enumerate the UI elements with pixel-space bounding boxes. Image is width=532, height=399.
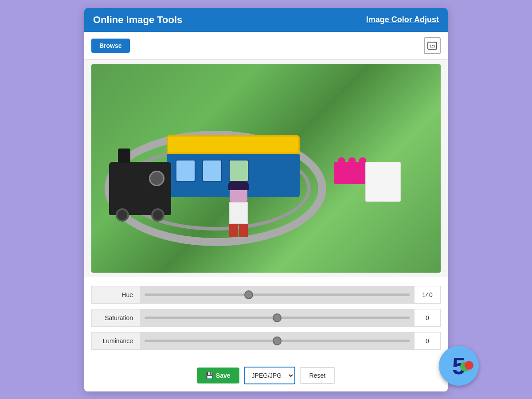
hue-slider[interactable]	[145, 293, 410, 296]
browse-button[interactable]: Browse	[91, 39, 130, 53]
app-container: Online Image Tools Image Color Adjust Br…	[84, 8, 448, 391]
image-canvas	[91, 64, 441, 273]
toolbar: Browse 1:1	[84, 32, 448, 60]
figure-body	[229, 202, 248, 224]
luminance-row: Luminance 0	[91, 332, 441, 350]
chimney	[118, 149, 130, 163]
car-window-1	[176, 160, 196, 182]
saturation-track	[140, 309, 414, 327]
hue-value: 140	[414, 286, 441, 304]
saturation-value: 0	[414, 309, 441, 327]
fullscreen-button[interactable]: 1:1	[424, 37, 441, 54]
figure-head	[230, 185, 247, 202]
logo-inner: 5	[452, 354, 466, 378]
pink-brick	[334, 162, 370, 184]
figure-leg-right	[239, 224, 248, 237]
lego-figure	[229, 185, 248, 237]
scene	[91, 64, 441, 273]
logo-dot-red	[465, 361, 473, 370]
saturation-label: Saturation	[91, 309, 140, 327]
save-label: Save	[216, 372, 231, 379]
train-engine	[109, 162, 171, 215]
saturation-row: Saturation 0	[91, 309, 441, 327]
train-car-top	[167, 135, 300, 154]
luminance-slider[interactable]	[145, 340, 410, 342]
svg-text:1:1: 1:1	[430, 44, 435, 48]
hue-row: Hue 140	[91, 286, 441, 304]
save-button[interactable]: 💾 Save	[197, 368, 239, 383]
luminance-track	[140, 332, 414, 350]
car-window-2	[202, 160, 222, 182]
bottom-bar: 💾 Save JPEG/JPG PNG WEBP BMP Reset	[84, 360, 448, 391]
figure-legs	[229, 224, 248, 237]
format-select[interactable]: JPEG/JPG PNG WEBP BMP	[244, 367, 295, 384]
engine-window	[149, 171, 164, 186]
luminance-value: 0	[414, 332, 441, 350]
saturation-slider[interactable]	[145, 317, 410, 319]
tool-name: Image Color Adjust	[366, 15, 439, 24]
car-window-3	[229, 160, 249, 182]
figure-leg-left	[229, 224, 238, 237]
luminance-label: Luminance	[91, 332, 140, 350]
controls-panel: Hue 140 Saturation 0 Luminance 0	[84, 277, 448, 360]
figure-hair	[228, 181, 249, 190]
header: Online Image Tools Image Color Adjust	[84, 8, 448, 32]
save-icon: 💾	[206, 372, 213, 379]
wheel-right	[151, 208, 164, 222]
hue-track	[140, 286, 414, 304]
fullscreen-icon: 1:1	[427, 41, 437, 51]
reset-button[interactable]: Reset	[300, 367, 336, 384]
hue-label: Hue	[91, 286, 140, 304]
wheel-left	[116, 208, 129, 222]
logo-badge: 5	[439, 346, 479, 386]
white-brick	[365, 162, 401, 202]
image-area	[84, 60, 448, 277]
brand-title: Online Image Tools	[93, 14, 182, 26]
